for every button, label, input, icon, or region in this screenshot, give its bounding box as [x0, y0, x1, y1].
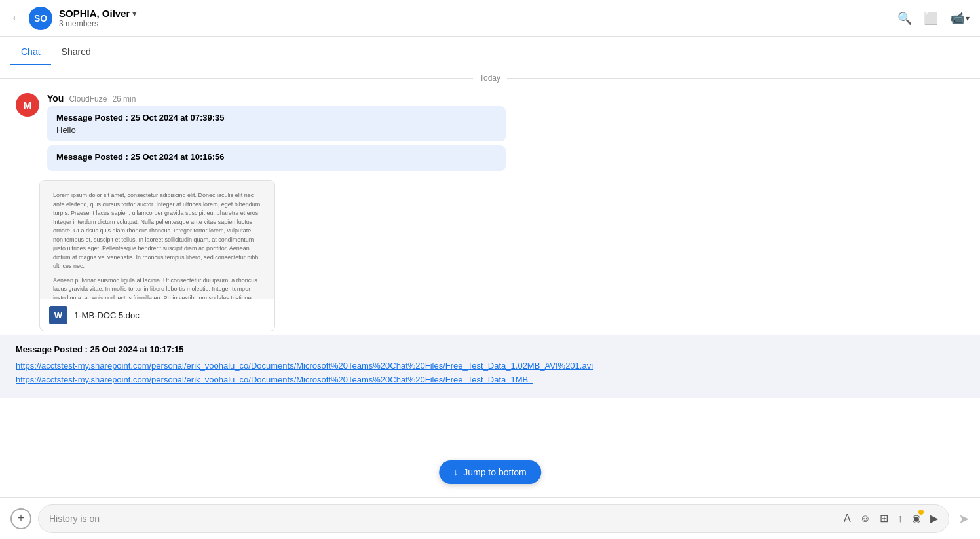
tabs-bar: Chat Shared	[0, 37, 980, 65]
time-tag: 26 min	[112, 94, 136, 103]
bubble-text-1: Hello	[56, 125, 497, 135]
preview-text-2: Aenean pulvinar euismod ligula at lacini…	[53, 276, 261, 299]
message-input[interactable]: History is on	[49, 513, 836, 524]
bubble-title-2: Message Posted : 25 Oct 2024 at 10:16:56	[56, 152, 497, 162]
word-icon: W	[49, 306, 67, 324]
chevron-down-icon[interactable]: ▾	[132, 9, 136, 18]
screen-share-icon[interactable]: ⬜	[924, 11, 938, 26]
file-attachment[interactable]: Lorem ipsum dolor sit amet, consectetur …	[39, 180, 275, 331]
video-icon: 📹	[950, 11, 964, 26]
badge-dot	[918, 510, 924, 515]
chat-area[interactable]: Today M You CloudFuze 26 min Message Pos…	[0, 65, 980, 497]
message-bubble-1: Message Posted : 25 Oct 2024 at 07:39:35…	[47, 106, 506, 141]
format-text-icon[interactable]: A	[844, 513, 851, 525]
video-chevron-icon: ▾	[966, 14, 970, 23]
extended-message-block: Message Posted : 25 Oct 2024 at 10:17:15…	[0, 335, 980, 398]
header-name: SOPHIA, Oilver ▾	[59, 8, 897, 19]
header: ← SO SOPHIA, Oilver ▾ 3 members 🔍 ⬜ 📹 ▾	[0, 0, 980, 37]
tab-shared[interactable]: Shared	[51, 40, 102, 65]
search-icon[interactable]: 🔍	[897, 11, 912, 26]
message-input-box: History is on A ☺ ⊞ ↑ ◉ ▶	[38, 504, 949, 533]
link-1[interactable]: https://acctstest-my.sharepoint.com/pers…	[16, 361, 964, 371]
apps-icon[interactable]: ⊞	[880, 512, 888, 525]
file-info: W 1-MB-DOC 5.doc	[40, 299, 274, 331]
message-group: M You CloudFuze 26 min Message Posted : …	[0, 88, 980, 180]
avatar: SO	[29, 7, 52, 30]
back-button[interactable]: ←	[10, 11, 22, 25]
emoji-icon[interactable]: ☺	[860, 513, 871, 525]
file-name: 1-MB-DOC 5.doc	[74, 310, 140, 320]
member-count: 3 members	[59, 19, 897, 28]
preview-text-1: Lorem ipsum dolor sit amet, consectetur …	[53, 191, 261, 271]
upload-icon[interactable]: ↑	[897, 513, 903, 525]
message-content: You CloudFuze 26 min Message Posted : 25…	[47, 93, 964, 175]
video-message-icon[interactable]: ▶	[930, 512, 938, 525]
file-preview: Lorem ipsum dolor sit amet, consectetur …	[40, 181, 274, 299]
date-separator: Today	[0, 65, 980, 88]
send-button[interactable]: ➤	[956, 511, 970, 527]
bubble-title-1: Message Posted : 25 Oct 2024 at 07:39:35	[56, 113, 497, 122]
source-tag: CloudFuze	[69, 94, 107, 103]
avatar: M	[16, 93, 39, 117]
extended-message-title: Message Posted : 25 Oct 2024 at 10:17:15	[16, 344, 964, 354]
header-info: SOPHIA, Oilver ▾ 3 members	[59, 8, 897, 28]
jump-down-icon: ↓	[453, 467, 458, 477]
input-area: + History is on A ☺ ⊞ ↑ ◉ ▶ ➤	[0, 497, 980, 539]
jump-label: Jump to bottom	[463, 467, 527, 477]
add-button[interactable]: +	[10, 508, 31, 529]
contact-name: SOPHIA, Oilver	[59, 8, 130, 19]
input-toolbar: A ☺ ⊞ ↑ ◉ ▶	[844, 512, 938, 525]
message-meta: You CloudFuze 26 min	[47, 93, 964, 103]
header-actions: 🔍 ⬜ 📹 ▾	[897, 11, 970, 26]
video-call-button[interactable]: 📹 ▾	[950, 11, 970, 26]
sender-name: You	[47, 93, 64, 103]
message-bubble-2: Message Posted : 25 Oct 2024 at 10:16:56	[47, 145, 506, 171]
record-icon[interactable]: ◉	[912, 512, 921, 525]
link-2[interactable]: https://acctstest-my.sharepoint.com/pers…	[16, 375, 964, 384]
jump-to-bottom-button[interactable]: ↓ Jump to bottom	[439, 460, 541, 484]
tab-chat[interactable]: Chat	[10, 40, 51, 65]
